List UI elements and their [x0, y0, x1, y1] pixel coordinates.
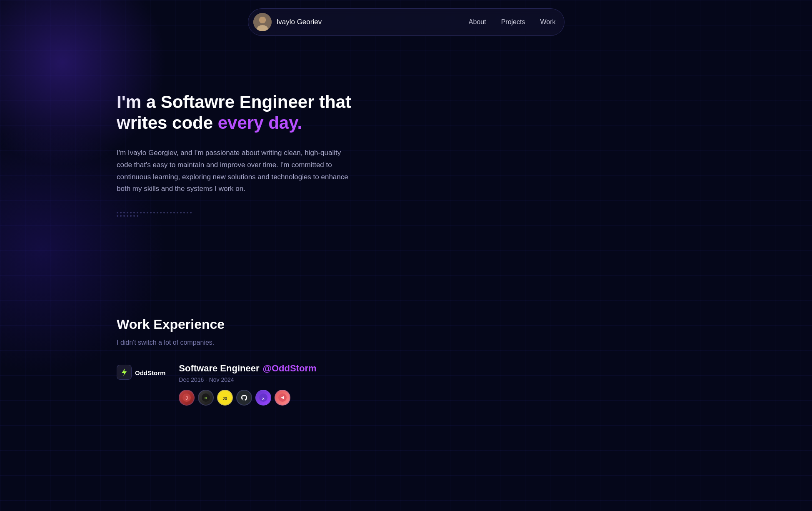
- dot: [150, 212, 152, 213]
- dot: [190, 212, 192, 213]
- company-logo-block: OddStorm: [117, 363, 165, 380]
- tech-icon-java: J: [179, 390, 195, 406]
- avatar: [253, 13, 272, 31]
- tech-icon-github: [236, 390, 252, 406]
- work-position: Software Engineer: [179, 363, 259, 374]
- dot: [120, 212, 122, 213]
- navbar-links: About Projects Work: [469, 18, 556, 26]
- hero-description: I'm Ivaylo Georgiev, and I'm passionate …: [117, 147, 350, 195]
- hero-section: I'm a Softawre Engineer that writes code…: [117, 58, 583, 217]
- navbar: Ivaylo Georiev About Projects Work: [248, 8, 565, 36]
- dot: [170, 212, 172, 213]
- dot: [177, 212, 178, 213]
- dot: [167, 212, 168, 213]
- svg-point-3: [259, 17, 266, 23]
- dot: [130, 212, 132, 213]
- tech-icon-js: JS: [217, 390, 233, 406]
- dot: [143, 212, 145, 213]
- dot: [187, 212, 188, 213]
- work-section: Work Experience I didn't switch a lot of…: [117, 292, 583, 406]
- dot: [123, 215, 125, 217]
- svg-text:N: N: [205, 396, 207, 400]
- svg-text:JS: JS: [223, 396, 227, 401]
- tech-icon-node: N: [198, 390, 214, 406]
- dot: [137, 212, 138, 213]
- company-logo-icon: [117, 365, 132, 380]
- dot: [140, 212, 142, 213]
- work-details: Software Engineer @OddStorm Dec 2016 - N…: [179, 363, 583, 406]
- tech-icon-x: X: [255, 390, 271, 406]
- hero-title: I'm a Softawre Engineer that writes code…: [117, 92, 400, 134]
- dot: [180, 212, 182, 213]
- nav-projects[interactable]: Projects: [501, 18, 525, 26]
- work-company-link[interactable]: @OddStorm: [263, 363, 317, 374]
- dot: [157, 212, 158, 213]
- dot: [133, 212, 135, 213]
- company-name: OddStorm: [135, 369, 165, 376]
- dot: [153, 212, 155, 213]
- dot: [163, 212, 165, 213]
- work-item: OddStorm Software Engineer @OddStorm Dec…: [117, 363, 583, 406]
- dot: [160, 212, 162, 213]
- svg-marker-4: [122, 368, 127, 376]
- dot: [117, 212, 118, 213]
- hero-title-accent: every day.: [218, 113, 302, 133]
- navbar-brand: Ivaylo Georiev: [253, 13, 322, 31]
- work-section-title: Work Experience: [117, 317, 583, 332]
- dot: [137, 215, 138, 217]
- hero-dots: [117, 212, 192, 217]
- dot: [147, 212, 148, 213]
- work-section-subtitle: I didn't switch a lot of companies.: [117, 339, 583, 346]
- dot: [127, 215, 128, 217]
- svg-text:J: J: [185, 396, 188, 401]
- dot: [120, 215, 122, 217]
- navbar-name: Ivaylo Georiev: [277, 18, 322, 26]
- svg-text:X: X: [262, 397, 265, 401]
- dot: [127, 212, 128, 213]
- tech-icons: J N JS: [179, 390, 583, 406]
- dot: [183, 212, 185, 213]
- nav-work[interactable]: Work: [540, 18, 555, 26]
- tech-icon-linear: [275, 390, 290, 406]
- main-content: I'm a Softawre Engineer that writes code…: [0, 0, 583, 406]
- work-title-row: Software Engineer @OddStorm: [179, 363, 583, 374]
- dot: [133, 215, 135, 217]
- nav-about[interactable]: About: [469, 18, 486, 26]
- dot: [117, 215, 118, 217]
- dot: [123, 212, 125, 213]
- work-period: Dec 2016 - Nov 2024: [179, 376, 583, 383]
- dot: [130, 215, 132, 217]
- dot: [173, 212, 175, 213]
